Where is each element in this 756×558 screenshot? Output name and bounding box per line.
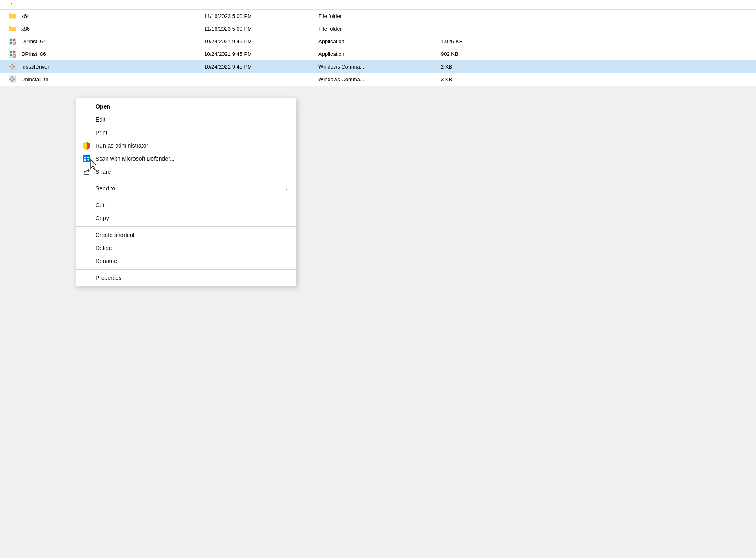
file-date-cell: 11/16/2023 5:00 PM (204, 26, 318, 32)
context-menu-item-share[interactable]: Share (76, 165, 296, 178)
context-menu-item-print[interactable]: Print (76, 126, 296, 139)
app-icon (8, 37, 16, 45)
file-date-cell: 10/24/2021 9:45 PM (204, 64, 318, 70)
context-menu-item-label: Scan with Microsoft Defender... (96, 155, 175, 162)
defender-icon (82, 154, 91, 164)
file-name-cell: UninstallDri (8, 75, 204, 83)
svg-rect-5 (10, 39, 12, 41)
svg-rect-32 (83, 155, 90, 162)
context-menu-item-properties[interactable]: Properties (76, 271, 296, 284)
context-menu-item-label: Send to (96, 185, 115, 192)
file-name-text: x64 (21, 13, 204, 19)
file-date-cell: 11/16/2023 5:00 PM (204, 13, 318, 19)
context-menu-item-scan-defender[interactable]: Scan with Microsoft Defender... (76, 152, 296, 165)
context-menu-item-label: Properties (96, 275, 122, 281)
table-row[interactable]: DPInst_64 10/24/2021 9:45 PM Application… (0, 35, 756, 48)
sort-arrow-icon: ⌃ (10, 2, 13, 7)
file-date-cell: 10/24/2021 9:45 PM (204, 38, 318, 44)
file-name-text: DPInst_64 (21, 38, 204, 44)
context-menu-item-open[interactable]: Open (76, 100, 296, 113)
context-menu: Open Edit Print Run as administrator (76, 98, 296, 286)
context-menu-item-label: Edit (96, 116, 105, 123)
context-menu-item-label: Cut (96, 202, 105, 208)
file-name-text: InstallDriver (21, 64, 204, 70)
svg-rect-31 (14, 79, 15, 80)
file-size-cell: 902 KB (441, 51, 490, 57)
context-menu-item-label: Create shortcut (96, 232, 135, 238)
file-name-text: DPInst_86 (21, 51, 204, 57)
context-menu-item-copy[interactable]: Copy (76, 212, 296, 225)
svg-rect-3 (9, 27, 16, 31)
context-menu-item-label: Copy (96, 215, 109, 221)
svg-rect-12 (10, 51, 12, 53)
context-menu-item-label: Rename (96, 258, 117, 264)
context-menu-separator (76, 197, 296, 197)
context-menu-item-delete[interactable]: Delete (76, 241, 296, 255)
context-menu-item-label: Print (96, 129, 107, 136)
context-menu-item-label: Share (96, 168, 111, 175)
file-name-text: x86 (21, 26, 204, 32)
svg-rect-29 (12, 81, 13, 82)
svg-rect-13 (13, 51, 15, 53)
file-type-cell: File folder (318, 13, 441, 19)
column-headers: ⌃ (0, 0, 756, 10)
cmd-icon (8, 75, 16, 83)
table-row[interactable]: x64 11/16/2023 5:00 PM File folder (0, 10, 756, 22)
svg-rect-33 (84, 157, 86, 158)
svg-rect-14 (10, 54, 12, 56)
table-row[interactable]: DPInst_86 10/24/2021 9:45 PM Application… (0, 48, 756, 60)
shield-icon (82, 141, 91, 151)
file-rows-container: x64 11/16/2023 5:00 PM File folder x86 1… (0, 10, 756, 86)
file-type-cell: Application (318, 38, 441, 44)
file-name-cell: DPInst_86 (8, 50, 204, 58)
svg-point-10 (13, 42, 15, 44)
context-menu-item-label: Open (96, 103, 110, 110)
svg-point-27 (11, 78, 13, 80)
svg-rect-34 (87, 157, 89, 158)
table-row[interactable]: InstallDriver 10/24/2021 9:45 PM Windows… (0, 60, 756, 73)
file-name-text: UninstallDri (21, 76, 204, 82)
svg-rect-23 (9, 66, 11, 67)
svg-rect-35 (84, 159, 86, 161)
svg-rect-21 (12, 64, 13, 65)
file-date-cell: 10/24/2021 9:45 PM (204, 51, 318, 57)
context-menu-item-send-to[interactable]: Send to › (76, 182, 296, 195)
file-type-cell: Windows Comma... (318, 64, 441, 70)
context-menu-item-cut[interactable]: Cut (76, 199, 296, 212)
svg-rect-6 (13, 39, 15, 41)
submenu-chevron-icon: › (286, 186, 287, 191)
svg-rect-24 (14, 66, 15, 67)
folder-icon (8, 12, 16, 20)
context-menu-item-label: Run as administrator (96, 142, 148, 149)
col-header-name[interactable]: ⌃ (8, 2, 204, 7)
context-menu-item-rename[interactable]: Rename (76, 255, 296, 268)
table-row[interactable]: UninstallDri Windows Comma... 3 KB (0, 73, 756, 86)
file-size-cell: 2 KB (441, 64, 490, 70)
file-list: ⌃ x64 11/16/2023 5:00 PM File fol (0, 0, 756, 86)
svg-rect-1 (9, 14, 16, 18)
svg-rect-7 (10, 42, 12, 44)
file-name-cell: x64 (8, 12, 204, 20)
app-icon (8, 50, 16, 58)
context-menu-item-run-as-admin[interactable]: Run as administrator (76, 139, 296, 152)
svg-rect-22 (12, 68, 13, 69)
svg-point-20 (11, 65, 13, 68)
file-name-cell: x86 (8, 24, 204, 33)
file-name-cell: DPInst_64 (8, 37, 204, 45)
file-type-cell: Application (318, 51, 441, 57)
svg-rect-28 (12, 76, 13, 78)
svg-rect-30 (9, 79, 11, 80)
table-row[interactable]: x86 11/16/2023 5:00 PM File folder (0, 22, 756, 35)
file-size-cell: 3 KB (441, 76, 490, 82)
file-name-cell: InstallDriver (8, 62, 204, 71)
context-menu-separator (76, 269, 296, 270)
context-menu-item-edit[interactable]: Edit (76, 113, 296, 126)
context-menu-separator (76, 180, 296, 180)
file-type-cell: Windows Comma... (318, 76, 441, 82)
share-icon (82, 167, 91, 177)
context-menu-separator (76, 226, 296, 227)
folder-icon (8, 24, 16, 33)
file-size-cell: 1,025 KB (441, 38, 490, 44)
context-menu-item-create-shortcut[interactable]: Create shortcut (76, 228, 296, 241)
cmd-icon (8, 62, 16, 71)
